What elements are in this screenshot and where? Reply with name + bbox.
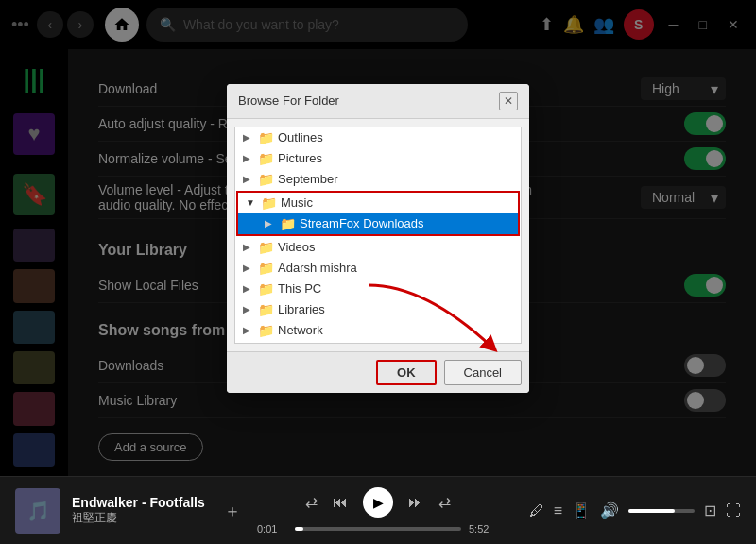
tree-label-videos: Videos	[278, 240, 316, 254]
chevron-icon: ▶	[243, 283, 254, 294]
tree-label-libraries: Libraries	[278, 302, 325, 316]
folder-icon: 📁	[258, 281, 274, 297]
tree-item-network[interactable]: ▶ 📁 Network	[235, 320, 521, 341]
tree-item-adarsh[interactable]: ▶ 📁 Adarsh mishra	[235, 258, 521, 279]
tree-item-september[interactable]: ▶ 📁 September	[235, 169, 521, 190]
player-artist: 祖堅正慶	[72, 510, 205, 526]
ok-button[interactable]: OK	[376, 360, 437, 385]
queue-icon[interactable]: ≡	[554, 502, 562, 519]
chevron-icon: ▶	[243, 263, 254, 273]
repeat-button[interactable]: ⇄	[438, 493, 451, 511]
chevron-icon: ▶	[265, 218, 276, 229]
miniplayer-icon[interactable]: ⊡	[704, 502, 716, 519]
lyrics-icon[interactable]: 🖊	[529, 502, 544, 519]
tree-item-streamfox[interactable]: ▶ 📁 StreamFox Downloads	[238, 213, 518, 234]
tree-label-outlines: Outlines	[278, 130, 323, 144]
dialog-close-button[interactable]: ✕	[499, 92, 518, 110]
play-pause-button[interactable]: ▶	[363, 487, 393, 518]
total-time: 5:52	[469, 523, 499, 535]
folder-icon: 📁	[280, 216, 296, 231]
player-left: 🎵 Endwalker - Footfalls 祖堅正慶 ＋	[15, 488, 257, 534]
tree-item-libraries[interactable]: ▶ 📁 Libraries	[235, 299, 521, 320]
next-button[interactable]: ⏭	[408, 494, 423, 511]
player-center: ⇄ ⏮ ▶ ⏭ ⇄ 0:01 5:52	[257, 487, 499, 535]
chevron-icon: ▼	[246, 197, 257, 208]
player: 🎵 Endwalker - Footfalls 祖堅正慶 ＋ ⇄ ⏮ ▶ ⏭ ⇄…	[0, 476, 756, 544]
tree-item-outlines[interactable]: ▶ 📁 Outlines	[235, 128, 521, 148]
current-time: 0:01	[257, 523, 287, 535]
tree-label-network: Network	[278, 323, 323, 337]
connect-icon[interactable]: 📱	[572, 502, 591, 519]
dialog-titlebar: Browse For Folder ✕	[227, 84, 529, 119]
player-right: 🖊 ≡ 📱 🔊 ⊡ ⛶	[499, 502, 741, 519]
add-to-library-icon[interactable]: ＋	[224, 500, 241, 522]
folder-icon: 📁	[261, 196, 277, 211]
tree-item-music[interactable]: ▼ 📁 Music	[238, 193, 518, 213]
folder-icon: 📁	[258, 151, 274, 166]
volume-fill	[628, 509, 675, 513]
fullscreen-icon[interactable]: ⛶	[726, 502, 741, 519]
shuffle-button[interactable]: ⇄	[305, 493, 318, 511]
folder-icon: 📁	[258, 323, 274, 338]
ok-button-wrap: OK	[376, 360, 437, 385]
cancel-button[interactable]: Cancel	[444, 360, 522, 385]
dialog-title: Browse For Folder	[238, 94, 339, 108]
player-info: Endwalker - Footfalls 祖堅正慶	[72, 495, 205, 526]
dialog-overlay: Browse For Folder ✕ ▶ 📁 Outlines ▶ 📁 Pic…	[0, 0, 756, 476]
tree-label-pictures: Pictures	[278, 151, 322, 165]
folder-icon: 📁	[258, 240, 274, 255]
tree-item-thispc[interactable]: ▶ 📁 This PC	[235, 279, 521, 299]
chevron-icon: ▶	[243, 174, 254, 184]
tree-item-videos[interactable]: ▶ 📁 Videos	[235, 237, 521, 258]
folder-icon: 📁	[258, 302, 274, 317]
tree-label-music: Music	[281, 196, 313, 210]
folder-tree: ▶ 📁 Outlines ▶ 📁 Pictures ▶ 📁 September	[234, 127, 522, 344]
previous-button[interactable]: ⏮	[333, 494, 348, 511]
progress-bar[interactable]	[295, 527, 461, 531]
folder-icon: 📁	[258, 130, 274, 145]
tree-label-adarsh: Adarsh mishra	[278, 261, 357, 275]
dialog-body: ▶ 📁 Outlines ▶ 📁 Pictures ▶ 📁 September	[227, 119, 529, 351]
chevron-icon: ▶	[243, 304, 254, 314]
tree-label-thispc: This PC	[278, 281, 321, 296]
player-thumbnail: 🎵	[15, 488, 60, 534]
music-folder-group: ▼ 📁 Music ▶ 📁 StreamFox Downloads	[236, 191, 520, 236]
folder-icon: 📁	[258, 261, 274, 276]
volume-bar[interactable]	[628, 509, 695, 513]
chevron-icon: ▶	[243, 132, 254, 143]
tree-item-pictures[interactable]: ▶ 📁 Pictures	[235, 148, 521, 169]
chevron-icon: ▶	[243, 242, 254, 252]
tree-label-september: September	[278, 172, 338, 186]
chevron-icon: ▶	[243, 325, 254, 335]
player-title: Endwalker - Footfalls	[72, 495, 205, 510]
browse-folder-dialog: Browse For Folder ✕ ▶ 📁 Outlines ▶ 📁 Pic…	[227, 84, 529, 393]
chevron-icon: ▶	[243, 153, 254, 163]
player-controls: ⇄ ⏮ ▶ ⏭ ⇄	[305, 487, 451, 518]
folder-icon: 📁	[258, 172, 274, 187]
tree-item-ancient[interactable]: ▶ 📁 Ancient History	[235, 341, 521, 344]
progress-fill	[295, 527, 303, 531]
volume-icon[interactable]: 🔊	[600, 502, 619, 519]
dialog-footer: OK Cancel	[227, 351, 529, 393]
player-progress: 0:01 5:52	[257, 523, 499, 535]
tree-label-streamfox: StreamFox Downloads	[300, 216, 424, 230]
